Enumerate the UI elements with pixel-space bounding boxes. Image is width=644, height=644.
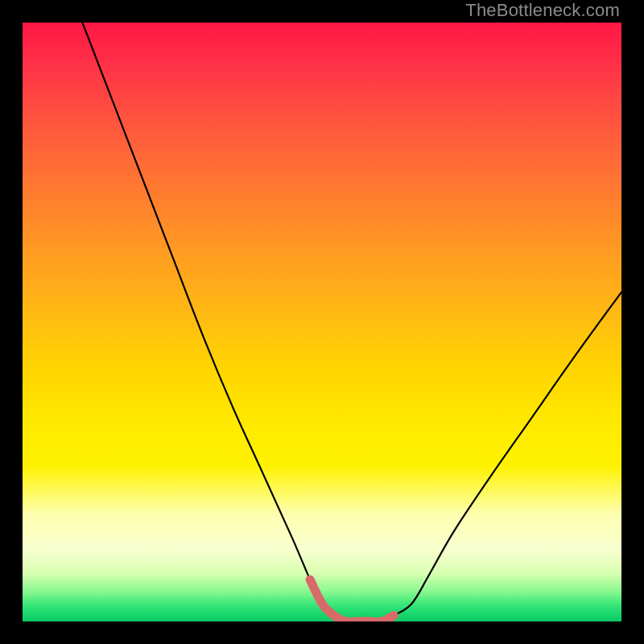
plot-area: [23, 23, 621, 621]
chart-container: TheBottleneck.com: [0, 0, 644, 644]
curve-group: [82, 23, 621, 621]
trough-highlight: [310, 580, 394, 621]
watermark-text: TheBottleneck.com: [465, 0, 620, 21]
bottleneck-curve: [82, 23, 621, 621]
chart-svg: [23, 23, 621, 621]
